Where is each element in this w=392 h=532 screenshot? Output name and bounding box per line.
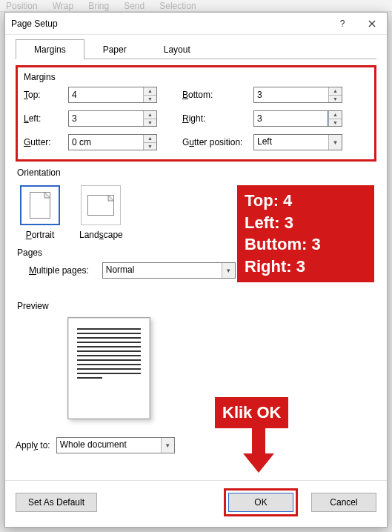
annotation-arrow-icon: [243, 427, 274, 476]
top-spinner[interactable]: ▲▼: [68, 87, 157, 103]
left-input[interactable]: [69, 111, 143, 126]
spin-up-icon[interactable]: ▲: [144, 135, 156, 143]
spin-up-icon[interactable]: ▲: [144, 87, 156, 96]
orientation-portrait[interactable]: Portrait: [20, 185, 60, 240]
bottom-spinner[interactable]: ▲▼: [253, 87, 342, 103]
chevron-down-icon[interactable]: ▼: [328, 135, 342, 150]
spin-down-icon[interactable]: ▼: [144, 119, 156, 127]
close-icon: [368, 20, 376, 27]
landscape-icon: [87, 195, 114, 216]
margins-legend: Margins: [19, 69, 373, 82]
tab-paper[interactable]: Paper: [84, 39, 145, 59]
bottom-input[interactable]: [254, 87, 328, 102]
spin-up-icon[interactable]: ▲: [329, 87, 342, 96]
gutter-position-combo[interactable]: Left ▼: [253, 134, 342, 150]
ok-button[interactable]: OK: [228, 493, 293, 512]
set-as-default-button[interactable]: Set As Default: [16, 493, 97, 512]
cancel-button[interactable]: Cancel: [311, 493, 376, 512]
spin-down-icon[interactable]: ▼: [329, 119, 342, 127]
chevron-down-icon[interactable]: ▼: [161, 438, 174, 453]
portrait-label: Portrait: [26, 230, 55, 240]
portrait-icon: [30, 192, 50, 219]
right-label: Right:: [182, 113, 253, 124]
orientation-legend: Orientation: [17, 167, 376, 178]
orientation-landscape[interactable]: Landscape: [79, 185, 123, 240]
spin-down-icon[interactable]: ▼: [144, 96, 156, 103]
close-button[interactable]: [357, 13, 387, 35]
top-label: Top:: [24, 90, 68, 100]
ribbon-background: Position Wrap Bring Send Selection: [0, 0, 392, 12]
annotation-klik-ok: Klik OK: [215, 397, 288, 428]
dialog-footer: Set As Default OK Cancel: [5, 480, 387, 527]
gutter-position-label: Gutter position:: [182, 137, 253, 147]
right-spinner[interactable]: ▲▼: [253, 110, 342, 127]
dialog-title: Page Setup: [11, 19, 328, 29]
help-button[interactable]: ?: [328, 13, 357, 35]
spin-up-icon[interactable]: ▲: [329, 111, 342, 119]
tab-strip: Margins Paper Layout: [5, 35, 387, 59]
titlebar: Page Setup ?: [5, 13, 387, 35]
annotation-margins-values: Top: 4 Left: 3 Buttom: 3 Right: 3: [237, 185, 374, 282]
preview-legend: Preview: [17, 301, 376, 311]
tab-margins[interactable]: Margins: [16, 39, 84, 59]
ok-highlight-box: OK: [224, 488, 298, 516]
multiple-pages-combo[interactable]: Normal ▼: [102, 262, 236, 279]
gutter-label: Gutter:: [24, 137, 68, 147]
apply-to-label: Apply to:: [16, 440, 50, 450]
top-input[interactable]: [69, 87, 143, 102]
spin-down-icon[interactable]: ▼: [329, 96, 342, 103]
right-input[interactable]: [254, 111, 328, 126]
margins-highlight-box: Margins Top: ▲▼ Bottom: ▲▼ Left: ▲▼: [16, 65, 376, 162]
left-label: Left:: [24, 113, 68, 124]
bottom-label: Bottom:: [182, 90, 253, 100]
spin-down-icon[interactable]: ▼: [144, 143, 156, 150]
preview-page: [67, 317, 150, 419]
gutter-spinner[interactable]: ▲▼: [68, 134, 157, 150]
chevron-down-icon[interactable]: ▼: [222, 263, 235, 278]
apply-to-combo[interactable]: Whole document ▼: [56, 437, 175, 453]
gutter-input[interactable]: [69, 135, 143, 150]
landscape-label: Landscape: [79, 230, 123, 240]
tab-layout[interactable]: Layout: [145, 39, 209, 59]
multiple-pages-label: Multiple pages:: [29, 265, 89, 276]
spin-up-icon[interactable]: ▲: [144, 111, 156, 119]
left-spinner[interactable]: ▲▼: [68, 110, 157, 127]
